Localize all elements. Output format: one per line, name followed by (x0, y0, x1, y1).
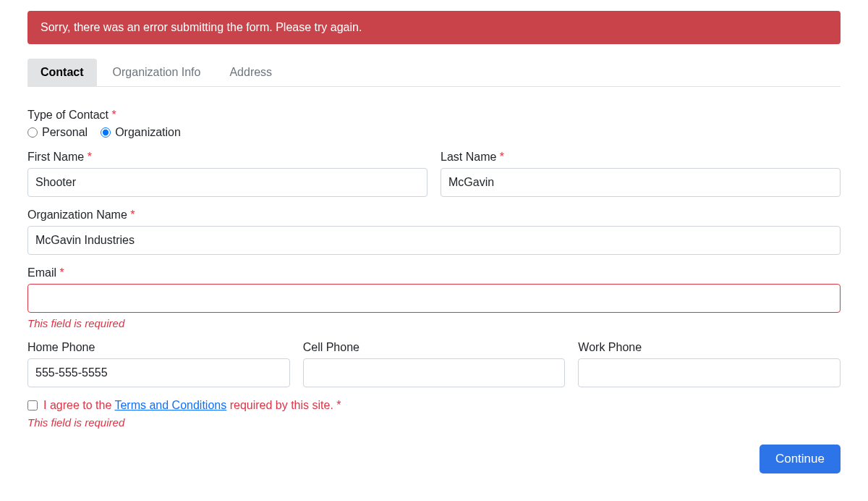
home-phone-input[interactable] (27, 358, 290, 387)
required-mark: * (500, 151, 504, 163)
email-input[interactable] (27, 284, 841, 313)
terms-group: I agree to the Terms and Conditions requ… (27, 399, 841, 429)
form-error-alert: Sorry, there was an error submitting the… (27, 11, 841, 44)
email-error: This field is required (27, 317, 841, 329)
form-actions: Continue (27, 445, 841, 473)
org-name-label: Organization Name * (27, 209, 841, 222)
required-mark: * (130, 209, 135, 221)
required-mark: * (112, 109, 116, 121)
radio-personal-label: Personal (42, 126, 88, 139)
terms-text-post: required by this site. (226, 399, 333, 411)
terms-error: This field is required (27, 416, 841, 429)
required-mark: * (336, 399, 341, 411)
cell-phone-group: Cell Phone (303, 341, 566, 387)
type-of-contact-label: Type of Contact * (27, 109, 841, 122)
cell-phone-input[interactable] (303, 358, 566, 387)
tab-address[interactable]: Address (216, 59, 285, 86)
email-group: Email * This field is required (27, 266, 841, 329)
type-of-contact-group: Type of Contact * Personal Organization (27, 109, 841, 139)
last-name-group: Last Name * (441, 151, 841, 197)
first-name-label: First Name * (27, 151, 427, 164)
tab-bar: Contact Organization Info Address (27, 59, 841, 87)
required-mark: * (88, 151, 92, 163)
terms-checkbox[interactable] (27, 400, 38, 411)
radio-personal-wrap[interactable]: Personal (27, 126, 88, 139)
tab-contact[interactable]: Contact (27, 59, 97, 86)
terms-label: I agree to the Terms and Conditions requ… (43, 399, 341, 412)
alert-message: Sorry, there was an error submitting the… (41, 21, 362, 33)
terms-link[interactable]: Terms and Conditions (114, 399, 226, 411)
org-name-input[interactable] (27, 226, 841, 255)
first-name-input[interactable] (27, 168, 427, 197)
label-text: Last Name (441, 151, 496, 163)
type-of-contact-options: Personal Organization (27, 126, 841, 139)
email-label: Email * (27, 266, 841, 279)
radio-organization-wrap[interactable]: Organization (101, 126, 181, 139)
home-phone-group: Home Phone (27, 341, 290, 387)
last-name-input[interactable] (441, 168, 841, 197)
org-name-group: Organization Name * (27, 209, 841, 255)
label-text: First Name (27, 151, 84, 163)
radio-personal[interactable] (27, 127, 38, 138)
label-text: Email (27, 266, 56, 279)
label-text: Type of Contact (27, 109, 109, 121)
continue-button[interactable]: Continue (760, 445, 841, 473)
radio-organization-label: Organization (115, 126, 181, 139)
required-mark: * (59, 266, 64, 279)
terms-text-pre: I agree to the (43, 399, 114, 411)
cell-phone-label: Cell Phone (303, 341, 566, 354)
work-phone-group: Work Phone (578, 341, 841, 387)
label-text: Organization Name (27, 209, 127, 221)
work-phone-label: Work Phone (578, 341, 841, 354)
tab-organization-info[interactable]: Organization Info (100, 59, 214, 86)
radio-organization[interactable] (101, 127, 111, 138)
first-name-group: First Name * (27, 151, 427, 197)
work-phone-input[interactable] (578, 358, 841, 387)
last-name-label: Last Name * (441, 151, 841, 164)
home-phone-label: Home Phone (27, 341, 290, 354)
